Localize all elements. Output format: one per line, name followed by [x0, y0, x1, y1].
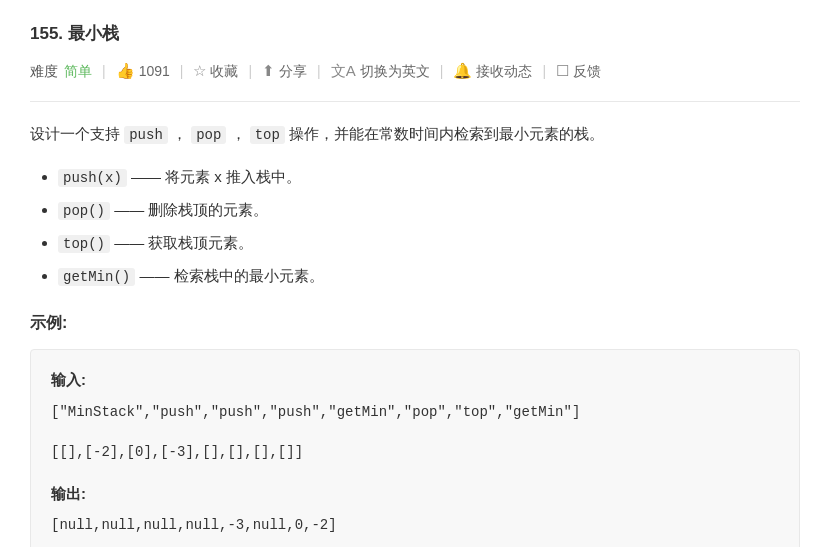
like-action[interactable]: 👍 1091: [116, 59, 170, 83]
divider-hr: [30, 101, 800, 102]
list-item: getMin() —— 检索栈中的最小元素。: [58, 263, 800, 290]
notify-action[interactable]: 🔔 接收动态: [453, 59, 532, 83]
divider-5: |: [440, 60, 444, 82]
op-push-desc: —— 将元素 x 推入栈中。: [131, 168, 301, 185]
divider-4: |: [317, 60, 321, 82]
problem-title-text: 最小栈: [68, 24, 119, 43]
share-icon: ⬆: [262, 59, 275, 83]
divider-6: |: [542, 60, 546, 82]
operations-list: push(x) —— 将元素 x 推入栈中。 pop() —— 删除栈顶的元素。…: [30, 164, 800, 289]
difficulty-label: 难度: [30, 60, 58, 82]
like-icon: 👍: [116, 59, 135, 83]
code-pop: pop: [191, 126, 226, 144]
op-top-desc: —— 获取栈顶元素。: [114, 234, 253, 251]
input-label: 输入:: [51, 366, 779, 395]
output-label: 输出:: [51, 480, 779, 509]
example-section-title: 示例:: [30, 310, 800, 336]
code-top-call: top(): [58, 235, 110, 253]
star-icon: ☆: [193, 59, 206, 83]
code-push-x: push(x): [58, 169, 127, 187]
op-getmin-desc: —— 检索栈中的最小元素。: [139, 267, 323, 284]
list-item: pop() —— 删除栈顶的元素。: [58, 197, 800, 224]
notify-label: 接收动态: [476, 60, 532, 82]
code-pop-call: pop(): [58, 202, 110, 220]
collect-action[interactable]: ☆ 收藏: [193, 59, 238, 83]
divider-3: |: [248, 60, 252, 82]
problem-title: 155. 最小栈: [30, 20, 800, 47]
share-label: 分享: [279, 60, 307, 82]
feedback-label: 反馈: [573, 60, 601, 82]
translate-label: 切换为英文: [360, 60, 430, 82]
example-box: 输入: ["MinStack","push","push","push","ge…: [30, 349, 800, 547]
feedback-action[interactable]: ☐ 反馈: [556, 59, 601, 83]
difficulty-badge: 简单: [64, 60, 92, 82]
input-line2: [[],[-2],[0],[-3],[],[],[],[]]: [51, 439, 779, 466]
code-getmin: getMin(): [58, 268, 135, 286]
collect-label: 收藏: [210, 60, 238, 82]
main-container: 155. 最小栈 难度 简单 | 👍 1091 | ☆ 收藏 | ⬆ 分享 | …: [0, 0, 830, 547]
like-count: 1091: [139, 60, 170, 82]
problem-description: 设计一个支持 push ， pop ， top 操作，并能在常数时间内检索到最小…: [30, 120, 800, 148]
code-push: push: [124, 126, 168, 144]
meta-row: 难度 简单 | 👍 1091 | ☆ 收藏 | ⬆ 分享 | 文A 切换为英文 …: [30, 59, 800, 83]
output-value: [null,null,null,null,-3,null,0,-2]: [51, 512, 779, 539]
problem-number: 155.: [30, 24, 63, 43]
divider-1: |: [102, 60, 106, 82]
feedback-icon: ☐: [556, 59, 569, 83]
code-top: top: [250, 126, 285, 144]
translate-action[interactable]: 文A 切换为英文: [331, 59, 430, 83]
bell-icon: 🔔: [453, 59, 472, 83]
divider-2: |: [180, 60, 184, 82]
translate-icon: 文A: [331, 59, 356, 83]
list-item: push(x) —— 将元素 x 推入栈中。: [58, 164, 800, 191]
op-pop-desc: —— 删除栈顶的元素。: [114, 201, 268, 218]
input-line1: ["MinStack","push","push","push","getMin…: [51, 399, 779, 426]
list-item: top() —— 获取栈顶元素。: [58, 230, 800, 257]
share-action[interactable]: ⬆ 分享: [262, 59, 307, 83]
